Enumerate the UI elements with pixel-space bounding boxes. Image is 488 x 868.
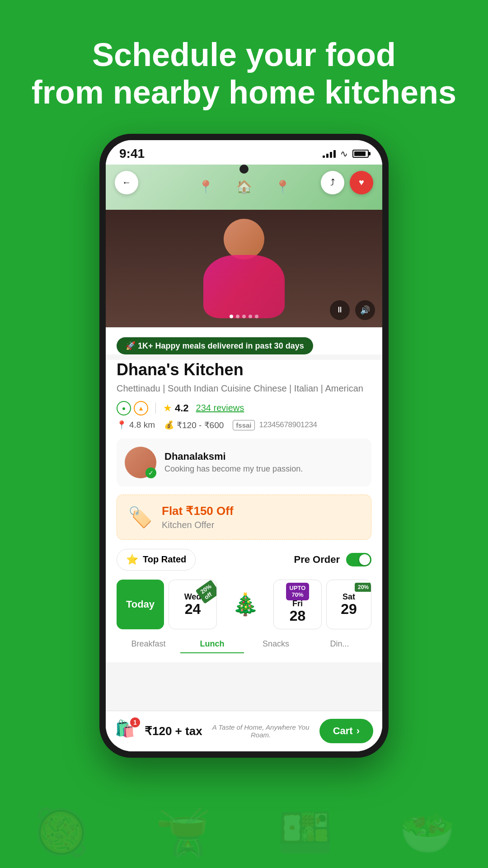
chips-row: ⭐ Top Rated Pre Order [117, 549, 371, 571]
info-row: 📍 4.8 km 💰 ₹120 - ₹600 fssai 12345678901… [117, 420, 371, 430]
meal-tab-dinner[interactable]: Din... [308, 636, 371, 653]
date-tab-fri[interactable]: UPTO70% Fri 28 [273, 580, 322, 629]
chef-quote: Cooking has become my true passion. [164, 464, 303, 474]
chef-name: Dhanalaksmi [164, 451, 303, 462]
pause-button[interactable]: ⏸ [330, 300, 350, 320]
status-time: 9:41 [119, 146, 145, 161]
cart-arrow-icon: › [357, 725, 360, 737]
price-range-text: ₹120 - ₹600 [177, 420, 224, 430]
bottom-price: ₹120 + tax [145, 724, 202, 738]
date-tab-wed[interactable]: 20%off Wed 24 [169, 580, 217, 629]
favorite-button[interactable]: ♥ [350, 171, 373, 194]
star-rating: ★ 4.2 [163, 402, 189, 414]
rating-row: ● ▲ ★ 4.2 234 reviews [117, 401, 371, 415]
share-button[interactable]: ⤴ [321, 171, 344, 194]
bg-decoration: 🥘 🫕 🍱 🥗 [0, 769, 488, 859]
bottom-bar: 🛍️ 1 ₹120 + tax A Taste of Home, Anywher… [106, 711, 382, 751]
dot-4 [249, 315, 252, 318]
chef-section: ✓ Dhanalaksmi Cooking has become my true… [117, 439, 371, 486]
meal-tab-breakfast[interactable]: Breakfast [117, 636, 180, 653]
fssai-info: fssai 12345678901234 [233, 420, 317, 430]
pre-order-section: Pre Order [294, 553, 372, 566]
cart-button[interactable]: Cart › [319, 719, 373, 743]
nav-buttons: ← ⤴ ♥ [106, 171, 382, 194]
video-dots [230, 315, 258, 318]
offer-subtitle: Kitchen Offer [162, 520, 234, 530]
meal-tabs: Breakfast Lunch Snacks Din... [117, 629, 371, 653]
hero-title: Schedule your food from nearby home kitc… [0, 0, 488, 129]
date-tab-today[interactable]: Today [117, 580, 164, 629]
banner-wrapper: 🚀 1K+ Happy meals delivered in past 30 d… [106, 327, 382, 354]
battery-icon [352, 150, 369, 158]
bottom-left: 🛍️ 1 ₹120 + tax [115, 719, 202, 743]
status-icons: ∿ [323, 148, 369, 159]
meal-tab-lunch[interactable]: Lunch [180, 636, 244, 653]
phone-screen: 9:41 ∿ [106, 140, 382, 751]
upto-badge-fri: UPTO70% [286, 583, 310, 600]
meal-tab-snacks[interactable]: Snacks [244, 636, 308, 653]
fssai-number: 12345678901234 [259, 420, 317, 429]
wifi-icon: ∿ [340, 148, 348, 159]
distance-info: 📍 4.8 km [117, 420, 155, 430]
back-icon: ← [122, 177, 131, 188]
chef-avatar: ✓ [125, 447, 156, 478]
cart-badge: 1 [130, 717, 140, 727]
share-icon: ⤴ [330, 177, 335, 188]
date-tabs: Today 20%off Wed 24 🎄 UPTO70% [117, 580, 371, 629]
toggle-knob [359, 554, 370, 565]
video-controls: ⏸ 🔊 [330, 300, 375, 320]
dot-3 [242, 315, 246, 318]
pause-icon: ⏸ [336, 305, 344, 315]
christmas-tree-icon: 🎄 [232, 592, 259, 617]
volume-button[interactable]: 🔊 [355, 300, 375, 320]
video-section: ⏸ 🔊 [106, 210, 382, 327]
offer-icon: 🏷️ [128, 505, 153, 529]
phone-frame: 9:41 ∿ [99, 134, 389, 758]
star-icon: ★ [163, 402, 172, 414]
pre-order-label: Pre Order [294, 554, 340, 566]
fssai-label: fssai [233, 420, 254, 430]
cart-icon-wrapper: 🛍️ 1 [115, 719, 138, 743]
nav-right-group: ⤴ ♥ [321, 171, 373, 194]
offer-info: Flat ₹150 Off Kitchen Offer [162, 504, 234, 530]
kitchen-name: Dhana's Kitchen [117, 360, 371, 379]
top-rated-label: Top Rated [143, 554, 186, 565]
cart-button-label: Cart [333, 725, 353, 737]
dot-1 [230, 315, 233, 318]
heart-icon: ♥ [359, 177, 364, 188]
fri-day: Fri [292, 599, 303, 609]
sat-day: Sat [343, 592, 355, 602]
price-info: 💰 ₹120 - ₹600 [164, 420, 224, 430]
offer-badge-sat: 20% [355, 583, 371, 592]
date-tab-christmas[interactable]: 🎄 [221, 580, 269, 629]
rating-number: 4.2 [175, 402, 189, 414]
divider [155, 403, 156, 414]
distance-text: 4.8 km [129, 420, 155, 430]
pre-order-toggle[interactable] [346, 553, 371, 566]
verified-icon: ✓ [145, 467, 156, 478]
tagline: A Taste of Home, Anywhere You Roam. [202, 723, 319, 739]
camera-notch [239, 165, 249, 174]
signal-icon [323, 150, 336, 158]
chef-info: Dhanalaksmi Cooking has become my true p… [164, 451, 303, 474]
dot-5 [255, 315, 258, 318]
veg-badge: ● [117, 401, 131, 415]
offer-title: Flat ₹150 Off [162, 504, 234, 518]
offer-section[interactable]: 🏷️ Flat ₹150 Off Kitchen Offer [117, 495, 371, 540]
top-rated-chip[interactable]: ⭐ Top Rated [117, 549, 196, 571]
dot-2 [236, 315, 239, 318]
nonveg-badge: ▲ [134, 401, 148, 415]
back-button[interactable]: ← [115, 171, 138, 194]
diet-badges: ● ▲ [117, 401, 148, 415]
volume-icon: 🔊 [360, 305, 370, 315]
fri-num: 28 [290, 609, 306, 623]
phone-mockup: 9:41 ∿ [0, 129, 488, 758]
sat-num: 29 [341, 602, 357, 616]
today-label: Today [126, 599, 155, 610]
wed-num: 24 [185, 602, 201, 616]
reviews-link[interactable]: 234 reviews [196, 403, 244, 413]
price-icon: 💰 [164, 420, 174, 430]
content-area: Dhana's Kitchen Chettinadu | South India… [106, 360, 382, 662]
location-icon: 📍 [117, 420, 127, 430]
date-tab-sat[interactable]: 20% Sat 29 [326, 580, 371, 629]
